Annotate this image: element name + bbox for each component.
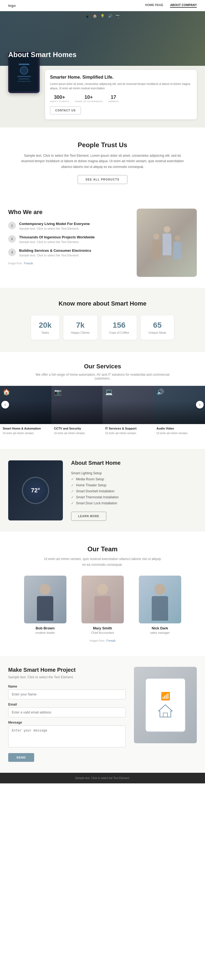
who-item-1-text: Sample text. Click to select the Text El… [19,227,90,230]
hero-title: About Smart Homes [8,51,77,59]
service-desc-4: Ut enim ad minim veniam. [157,431,203,435]
stat-coffee-label: Cups of Coffee [109,331,129,334]
about-sh-content: About Smart Home Smart Lighting Setup ✓M… [71,460,197,521]
slider-prev-button[interactable]: ‹ [2,401,9,409]
who-item-2: 2 Thousands Of Ingenious Projects Worldw… [8,235,128,243]
service-item-2: 📷 CCTV and Security Ut enim ad minim ven… [51,386,103,438]
slider-next-button[interactable]: › [196,401,203,409]
contact-text: Sample text. Click to select the Text El… [8,675,126,679]
stat-clients-label: HAPPY CLIENTS [50,100,69,103]
service-item-3: 💻 IT Services & Support Ut enim ad minim… [102,386,154,438]
feature-1: Smart Lighting Setup [71,470,197,476]
stat-ideas-num: 65 [149,321,166,329]
team-freepik-link[interactable]: Freepik [107,639,115,642]
stat-clients: 300+ HAPPY CLIENTS [50,94,69,103]
contact-title: Make Smart Home Project [8,667,126,673]
nav-home[interactable]: HOME PAGE [145,3,163,8]
team-photo-2 [82,576,124,624]
stat-ideas-label: Unique Ideas [149,331,166,334]
feature-3: ✓Home Theater Setup [71,482,197,488]
check-icon-5: ✓ [71,495,74,499]
input-name[interactable] [8,689,126,699]
team-name-1: Bob Brown [19,626,71,630]
feature-6: ✓Smart Door Lock Installation [71,500,197,506]
see-all-products-button[interactable]: SEE ALL PRODUCTS [78,175,128,184]
input-email[interactable] [8,708,126,718]
team-freepik-note: Images from Freepik [8,639,197,642]
stat-clients-num: 300+ [50,94,69,100]
navigation: logo HOME PAGE ABOUT COMPANY [0,0,205,11]
hero-card-desc: Lorem ipsum dolor sit amet, consectetur … [50,82,192,91]
stat-happy-num: 7k [71,321,90,329]
hero-stats-row: 300+ HAPPY CLIENTS 10+ YEARS OF EXPERIEN… [50,94,192,103]
label-email: Email [8,703,126,706]
who-num-2: 2 [8,235,16,243]
hero-card-tagline: Smarter Home. Simplified Life. [50,75,192,80]
input-message[interactable] [8,725,126,747]
learn-more-button[interactable]: LEARN MORE [71,512,106,521]
service-icon-2: 📷 [54,388,61,396]
team-name-3: Nick Dark [134,626,186,630]
freepik-link[interactable]: Freepik [24,262,33,265]
team-title: Our Team [8,545,197,553]
services-section: Our Services We offer a full range of ho… [0,352,205,449]
team-member-1: Bob Brown creative leader [19,576,71,634]
stat-tasks-card: 20k Tasks [31,315,59,340]
about-sh-image: 72° [8,460,63,520]
service-desc-2: Ut enim ad minim veniam. [54,431,100,435]
who-image [137,208,197,277]
svg-marker-0 [159,705,172,717]
send-button[interactable]: SEND [8,753,34,762]
about-sh-section: 72° About Smart Home Smart Lighting Setu… [0,449,205,531]
stat-happy-label: Happy Clients [71,331,90,334]
services-slider: 🏠 Smart Home & Automation Ut enim ad min… [0,386,205,438]
hero-icon-phone: 📱 [85,14,90,18]
who-title: Who We are [8,208,128,216]
nav-about[interactable]: ABOUT COMPANY [170,3,197,8]
team-role-1: creative leader [19,631,71,634]
stat-exp-num: 10+ [74,94,103,100]
who-item-3: 3 Building Services & Consumer Electroni… [8,248,128,257]
service-item-4: 🔊 Audio Video Ut enim ad minim veniam. [154,386,205,438]
tablet-frame: 📶 [145,678,186,732]
contact-section: Make Smart Home Project Sample text. Cli… [0,656,205,773]
trust-text: Sample text. Click to select the Text El… [18,153,187,170]
stat-experience: 10+ YEARS OF EXPERIENCE [74,94,103,103]
service-name-1: Smart Home & Automation [3,427,49,430]
service-name-3: IT Services & Support [105,427,151,430]
hero-card-area: Smarter Home. Simplified Life. Lorem ips… [0,66,205,127]
who-item-1: 1 Contemporary Living Model For Everyone… [8,222,128,230]
service-name-4: Audio Video [157,427,203,430]
form-group-email: Email [8,703,126,718]
nav-links: HOME PAGE ABOUT COMPANY [145,3,197,8]
stat-ideas-card: 65 Unique Ideas [141,315,174,340]
service-icon-4: 🔊 [157,388,164,396]
check-icon-6: ✓ [71,501,74,505]
team-photo-3 [139,576,181,624]
feature-4: ✓Smart Doorbell Installation [71,488,197,494]
contact-us-button[interactable]: CONTACT US [50,107,81,115]
who-num-3: 3 [8,248,16,256]
hero-icon-light: 💡 [100,14,105,18]
stat-awards-num: 17 [108,94,119,100]
stat-tasks-num: 20k [39,321,52,329]
service-desc-3: Ut enim ad minim veniam. [105,431,151,435]
team-member-2: Mary Smith Chief Accountant [77,576,128,634]
check-icon-2: ✓ [71,477,74,481]
form-group-name: Name [8,684,126,699]
service-name-2: CCTV and Security [54,427,100,430]
feature-5: ✓Smart Thermostat Installation [71,494,197,500]
form-group-message: Message [8,721,126,748]
feature-list: Smart Lighting Setup ✓Media Room Setup ✓… [71,470,197,506]
who-num-1: 1 [8,222,16,229]
label-name: Name [8,684,126,688]
stat-tasks-label: Tasks [39,331,52,334]
team-row: Bob Brown creative leader Mary Smith Chi… [8,576,197,634]
team-member-3: Nick Dark sales manager [134,576,186,634]
who-item-2-text: Sample text. Click to select the Text El… [19,240,94,243]
stat-awards: 17 AWARDS [108,94,119,103]
wifi-icon: 📶 [161,692,170,701]
stats-banner-title: Know more about Smart Home [8,300,197,307]
contact-image: 📶 [134,667,197,743]
check-icon-3: ✓ [71,483,74,487]
